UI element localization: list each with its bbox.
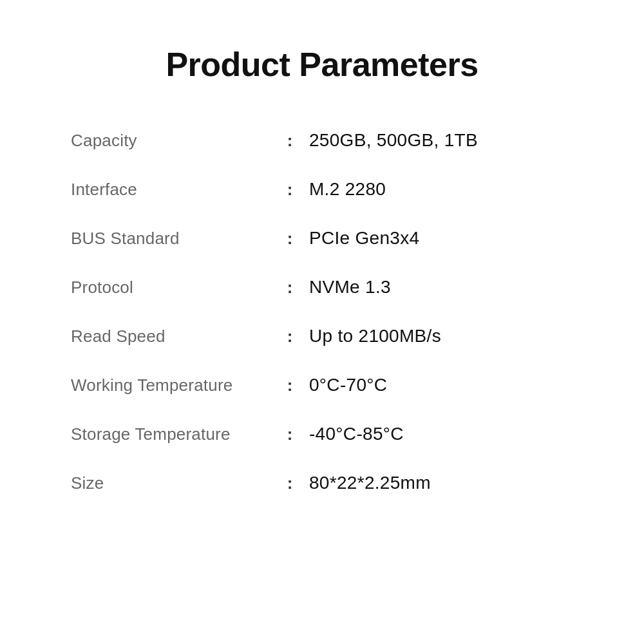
param-value-4: Up to 2100MB/s: [303, 326, 573, 346]
param-colon-1: :: [277, 180, 303, 200]
param-label-4: Read Speed: [71, 327, 277, 346]
param-row: Interface:M.2 2280: [71, 165, 573, 214]
param-value-5: 0°C-70°C: [303, 375, 573, 395]
param-row: BUS Standard:PCIe Gen3x4: [71, 214, 573, 263]
param-value-6: -40°C-85°C: [303, 424, 573, 444]
param-colon-2: :: [277, 229, 303, 249]
param-row: Storage Temperature:-40°C-85°C: [71, 410, 573, 459]
param-label-7: Size: [71, 473, 277, 493]
param-row: Working Temperature:0°C-70°C: [71, 361, 573, 410]
params-table: Capacity:250GB, 500GB, 1TBInterface:M.2 …: [71, 116, 573, 507]
param-row: Protocol:NVMe 1.3: [71, 263, 573, 312]
param-row: Capacity:250GB, 500GB, 1TB: [71, 116, 573, 165]
param-label-2: BUS Standard: [71, 229, 277, 249]
param-colon-5: :: [277, 375, 303, 395]
param-label-1: Interface: [71, 180, 277, 200]
param-colon-4: :: [277, 327, 303, 346]
param-value-2: PCIe Gen3x4: [303, 228, 573, 249]
page-title: Product Parameters: [166, 45, 478, 84]
param-label-5: Working Temperature: [71, 375, 277, 395]
param-label-3: Protocol: [71, 278, 277, 298]
param-colon-3: :: [277, 278, 303, 298]
param-label-6: Storage Temperature: [71, 424, 277, 444]
param-value-3: NVMe 1.3: [303, 277, 573, 298]
param-row: Size:80*22*2.25mm: [71, 459, 573, 507]
param-value-7: 80*22*2.25mm: [303, 473, 573, 493]
param-value-1: M.2 2280: [303, 179, 573, 200]
param-value-0: 250GB, 500GB, 1TB: [303, 130, 573, 151]
param-row: Read Speed:Up to 2100MB/s: [71, 312, 573, 361]
param-label-0: Capacity: [71, 131, 277, 151]
param-colon-7: :: [277, 473, 303, 493]
param-colon-6: :: [277, 424, 303, 444]
param-colon-0: :: [277, 131, 303, 151]
